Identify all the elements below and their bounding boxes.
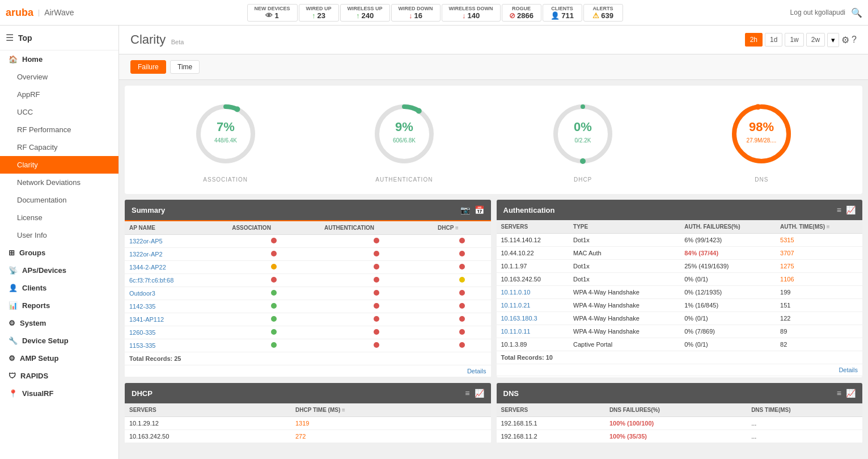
- sidebar-item-user-info[interactable]: User Info: [0, 226, 118, 244]
- group-icon: ⚙: [9, 354, 15, 363]
- list-icon[interactable]: ≡: [837, 205, 841, 214]
- status-dot: [459, 277, 465, 283]
- sidebar-item-license[interactable]: License: [0, 209, 118, 226]
- failures-text: 0% (0/1): [684, 276, 708, 283]
- time-dropdown[interactable]: ▾: [827, 33, 839, 47]
- sidebar-group-clients[interactable]: 👤Clients: [0, 279, 118, 297]
- time-btn-2w[interactable]: 2w: [806, 33, 825, 47]
- list-icon-dhcp[interactable]: ≡: [465, 389, 469, 398]
- sidebar-item-rf-performance[interactable]: RF Performance: [0, 121, 118, 138]
- sidebar-group-aps-devices[interactable]: 📡APs/Devices: [0, 262, 118, 279]
- server-link[interactable]: 10.11.0.21: [501, 302, 531, 309]
- ap-name-link[interactable]: Outdoor3: [129, 290, 155, 297]
- sidebar-group-device-setup[interactable]: 🔧Device Setup: [0, 332, 118, 349]
- item-label: License: [17, 213, 43, 222]
- help-icon[interactable]: ?: [852, 35, 857, 45]
- ap-name-link[interactable]: 1344-2-AP22: [129, 264, 166, 271]
- sidebar-item-apprf[interactable]: AppRF: [0, 86, 118, 103]
- type-text: WPA 4-Way Handshake: [573, 289, 640, 296]
- col-dns-time: DNS TIME(MS): [747, 403, 862, 417]
- sidebar-group-visualrf[interactable]: 📍VisualRF: [0, 385, 118, 402]
- auth-details-link[interactable]: Details: [839, 367, 858, 373]
- time-link[interactable]: 3707: [780, 250, 794, 256]
- sidebar-item-ucc[interactable]: UCC: [0, 103, 118, 121]
- server-link[interactable]: 10.11.0.11: [501, 328, 531, 335]
- status-dot: [459, 303, 465, 309]
- time-link[interactable]: 1275: [780, 263, 794, 269]
- metric-label: WIRELESS UP: [348, 6, 383, 11]
- item-label: User Info: [17, 231, 47, 239]
- sidebar-group-system[interactable]: ⚙System: [0, 314, 118, 332]
- logo[interactable]: aruba | AirWave: [6, 7, 74, 19]
- ap-name-link[interactable]: 6c:f3:7f:c6:bf:68: [129, 277, 173, 284]
- type-text: Dot1x: [573, 276, 590, 283]
- filter-time-btn[interactable]: Time: [170, 60, 200, 74]
- time-link[interactable]: 1106: [780, 276, 794, 283]
- chart-icon[interactable]: 📈: [846, 205, 856, 214]
- search-icon[interactable]: 🔍: [851, 7, 862, 18]
- summary-details-link[interactable]: Details: [467, 368, 486, 374]
- metric-btn-alerts[interactable]: ALERTS ⚠639: [583, 4, 623, 22]
- sidebar-item-clarity[interactable]: Clarity: [0, 156, 118, 174]
- status-dot: [459, 251, 465, 256]
- metric-btn-new-devices[interactable]: NEW DEVICES 👁1: [247, 4, 298, 22]
- sidebar-group-rapids[interactable]: 🛡RAPIDS: [0, 367, 118, 385]
- table-row: 15.114.140.12 Dot1x 6% (99/1423) 5315: [497, 234, 863, 247]
- dhcp-time-link[interactable]: 1319: [295, 420, 309, 427]
- filter-failure-btn[interactable]: Failure: [130, 60, 166, 74]
- metric-btn-wireless-down[interactable]: WIRELESS DOWN ↓140: [442, 4, 501, 22]
- ap-name-link[interactable]: 1322or-AP2: [129, 251, 163, 258]
- sidebar-group-reports[interactable]: 📊Reports: [0, 297, 118, 314]
- sidebar-item-network-deviations[interactable]: Network Deviations: [0, 174, 118, 191]
- item-label: UCC: [17, 108, 33, 116]
- table-row: 192.168.15.1 100% (100/100) ...: [497, 417, 863, 430]
- summary-auth-row: Summary 📷 📅 AP NAME ASSOCIATION AUTHENTI…: [125, 200, 862, 377]
- filter-bar: Failure Time: [119, 54, 868, 80]
- chart-icon-dhcp[interactable]: 📈: [475, 389, 484, 398]
- dhcp-table-header: SERVERS DHCP TIME (MS) ≡: [125, 403, 491, 417]
- sidebar-top-bar[interactable]: ☰ Top: [0, 26, 118, 50]
- sidebar-group-home[interactable]: 🏠Home: [0, 50, 118, 68]
- logout-link[interactable]: Log out kgollapudi: [790, 9, 845, 16]
- metric-btn-rogue[interactable]: ROGUE ⊘2866: [502, 4, 541, 22]
- time-btn-1w[interactable]: 1w: [785, 33, 803, 47]
- ap-name-link[interactable]: 1322or-AP5: [129, 238, 163, 245]
- settings-icon[interactable]: ⚙: [841, 35, 849, 45]
- list-icon-dns[interactable]: ≡: [837, 389, 841, 398]
- metric-label: ROGUE: [512, 6, 531, 11]
- camera-icon[interactable]: 📷: [460, 205, 470, 214]
- server-link[interactable]: 10.163.180.3: [501, 315, 537, 322]
- metric-icon: ⊘: [509, 11, 515, 20]
- svg-point-0: [198, 107, 253, 161]
- dhcp-time-link[interactable]: 272: [295, 433, 306, 440]
- auth-table-body: 15.114.140.12 Dot1x 6% (99/1423) 531510.…: [497, 234, 863, 376]
- metric-btn-clients[interactable]: CLIENTS 👤711: [543, 4, 582, 22]
- time-btn-2h[interactable]: 2h: [745, 33, 763, 47]
- group-icon: 👤: [9, 284, 18, 292]
- calendar-icon[interactable]: 📅: [475, 205, 484, 214]
- table-row: 10.44.10.22 MAC Auth 84% (37/44) 3707: [497, 247, 863, 260]
- content-header: Clarity Beta 2h 1d 1w 2w ▾ ⚙ ?: [119, 26, 868, 54]
- metric-btn-wired-up[interactable]: WIRED UP ↑23: [299, 4, 339, 22]
- chart-icon-dns[interactable]: 📈: [846, 389, 856, 398]
- ap-name-link[interactable]: 1142-335: [129, 303, 156, 310]
- time-link[interactable]: 5315: [780, 237, 794, 243]
- ap-name-link[interactable]: 1341-AP112: [129, 316, 164, 323]
- server-link[interactable]: 10.11.0.10: [501, 289, 531, 296]
- sidebar-group-groups[interactable]: ⊞Groups: [0, 244, 118, 262]
- time-btn-1d[interactable]: 1d: [765, 33, 782, 47]
- metric-icon: ↓: [409, 11, 413, 20]
- metric-btn-wireless-up[interactable]: WIRELESS UP ↑240: [340, 4, 390, 22]
- ap-name-link[interactable]: 1260-335: [129, 329, 156, 336]
- sidebar-item-overview[interactable]: Overview: [0, 68, 118, 86]
- sidebar-item-documentation[interactable]: Documentation: [0, 191, 118, 209]
- item-label: Documentation: [17, 196, 66, 204]
- failures-text: 0% (12/1935): [684, 289, 722, 296]
- auth-details-row: Details: [497, 364, 863, 376]
- sidebar-group-amp-setup[interactable]: ⚙AMP Setup: [0, 349, 118, 367]
- gauge-authentication: 9% 606/6.8K AUTHENTICATION: [367, 97, 441, 183]
- svg-point-10: [556, 107, 610, 161]
- sidebar-item-rf-capacity[interactable]: RF Capacity: [0, 138, 118, 156]
- ap-name-link[interactable]: 1153-335: [129, 342, 156, 349]
- metric-btn-wired-down[interactable]: WIRED DOWN ↓16: [391, 4, 441, 22]
